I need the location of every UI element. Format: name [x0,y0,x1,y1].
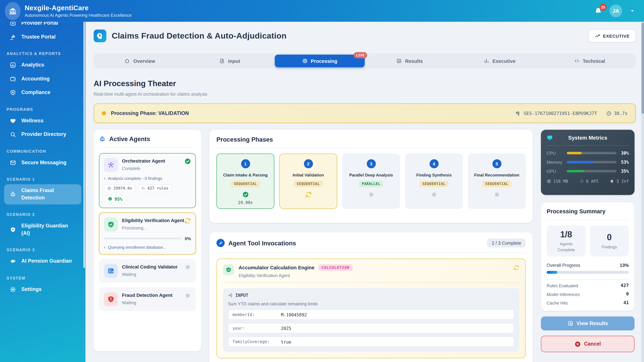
executive-button[interactable]: EXECUTIVE [589,29,636,42]
tab[interactable]: Overview [95,55,185,67]
page-scrollbar-thumb[interactable] [641,23,644,114]
phase-tile[interactable]: 2 Initial Validation SEQUENTIAL [279,153,337,209]
agent-state-icon [184,264,191,271]
phase-tile[interactable]: 1 Claim Intake & Parsing SEQUENTIAL 29.9… [216,153,274,209]
summary-row: Rules Evaluated 427 [547,283,629,288]
phase-duration: 29.98s [238,200,253,205]
sidebar-item-label: Provider Portal [21,22,58,27]
field-key: familyCoverage: [232,339,281,344]
sidebar-section-label: ANALYTICS & REPORTS [0,44,85,59]
phase-state-icon [305,191,312,198]
tab-label: Input [228,58,240,64]
sidebar-item[interactable]: Wellness [4,114,81,127]
phases-title: Processing Phases [216,136,273,143]
app-window: Nexgile-AgentiCare Autonomous AI Agents … [0,0,644,362]
sidebar-item[interactable]: Trustee Portal [4,30,81,43]
page-title: Claims Fraud Detection & Auto-Adjudicati… [112,31,286,40]
trending-up-icon [595,33,600,38]
phase-tile[interactable]: 4 Finding Synthesis SEQUENTIAL [405,153,463,209]
agent-name: Orchestrator Agent [122,158,166,164]
tab[interactable]: Executive [455,55,544,67]
sidebar-section: SYSTEM Settings [0,269,85,296]
agent-detail-toggle[interactable]: › Querying enrollment database... [104,245,191,250]
phase-mode-badge: SEQUENTIAL [294,181,323,187]
sidebar-item[interactable]: Claims Fraud Detection [4,184,81,204]
agent-card[interactable]: Clinical Coding Validator Waiting [99,259,196,283]
chip-icon [107,186,111,190]
agent-icon [107,221,114,228]
metric-bar [567,161,616,163]
field-value: true [281,339,291,344]
sidebar-item-label: Claims Fraud Detection [21,187,77,202]
phase-tile[interactable]: 3 Parallel Deep Analysis PARALLEL [342,153,400,209]
avatar[interactable]: JA [610,4,622,17]
cancel-label: Cancel [584,341,601,347]
notifications-button[interactable]: 25 [594,6,602,15]
processing-phase-banner: Processing Phase: VALIDATION SES-1767100… [94,103,636,123]
tab-icon [574,58,580,64]
metric-value: 30% [616,151,629,156]
sidebar-section-label: PROGRAMS [0,100,85,114]
sidebar-item-icon [10,22,16,26]
active-agents-panel: Active Agents Orchestrator Agent [94,130,201,351]
tab[interactable]: Results [365,55,455,67]
sidebar-item[interactable]: Settings [4,283,81,296]
metric-label: GPU [547,169,567,174]
x-circle-icon [574,341,581,347]
agent-confidence-chip: 95% [104,195,126,203]
sidebar-item[interactable]: Accounting [4,72,81,85]
field-value: M-10045892 [281,312,307,317]
top-header: Nexgile-AgentiCare Autonomous AI Agents … [0,0,644,22]
app-titles: Nexgile-AgentiCare Autonomous AI Agents … [25,4,132,17]
notification-badge: 25 [600,4,607,11]
agent-detail-text: Querying enrollment database... [108,245,166,249]
page-scrollbar[interactable] [641,22,644,362]
tool-icon-box [223,264,234,275]
agent-name: Clinical Coding Validator [122,264,178,270]
tool-invocations-panel: Agent Tool Invocations 2 / 3 Complete Ac… [210,232,533,362]
tab[interactable]: Input [185,55,275,67]
sidebar-item[interactable]: AI Pension Guardian [4,255,81,268]
phase-number: 3 [366,159,376,168]
head-gear-icon [96,32,104,40]
metric-row: Memory 53% [547,160,629,165]
app-name: Nexgile-AgentiCare [25,4,132,12]
sidebar-item[interactable]: Eligibility Guardian (AI) [4,220,81,240]
agent-card[interactable]: Fraud Detection Agent Waiting [99,287,196,311]
agent-state-icon [184,218,191,224]
metrics-footer-text: 6 API [586,179,598,184]
bank-icon [8,7,17,15]
phase-state-icon [368,191,374,198]
sidebar-section-label: SYSTEM [0,269,85,283]
sidebar-item[interactable]: Provider Directory [4,128,81,141]
sidebar-item-icon [10,131,16,138]
phase-number: 4 [429,159,438,168]
sidebar-item[interactable]: Provider Portal [4,22,81,30]
chevron-down-icon[interactable] [630,8,635,13]
sidebar-item[interactable]: Compliance [4,86,81,99]
agent-status: Complete [122,166,166,171]
tool-invocation-card[interactable]: Accumulator Calculation Engine CALCULATI… [216,259,526,358]
sidebar-section-label: SCENARIO 2 [0,205,85,220]
agent-status: Processing... [122,225,185,230]
summary-stat-box: 0 Findings [590,225,629,256]
tab[interactable]: Technical [544,55,634,67]
input-field-row: year: 2025 [228,323,514,333]
tool-agent: Eligibility Verification Agent [239,273,353,278]
agent-detail-toggle[interactable]: › Analysis complete - 0 findings [104,176,191,180]
agent-card[interactable]: Orchestrator Agent Complete › Analysis c… [99,153,196,208]
sidebar-item[interactable]: Analytics [4,59,81,71]
phase-status-dot [102,111,106,115]
sidebar-scrollbar[interactable] [83,22,85,268]
sidebar: Provider Portal Trustee Portal ANALYTICS… [0,22,85,362]
app-logo [5,2,20,20]
sidebar-item-icon [10,62,16,68]
phase-name: Initial Validation [293,173,324,177]
sidebar-item[interactable]: Secure Messaging [4,156,81,169]
tab[interactable]: Processing LIVE [275,55,364,67]
agent-card[interactable]: Eligibility Verification Agent Processin… [99,213,196,255]
main-content: Claims Fraud Detection & Auto-Adjudicati… [85,22,644,362]
phase-tile[interactable]: 5 Final Recommendation SEQUENTIAL [468,153,526,209]
cancel-button[interactable]: Cancel [541,336,634,352]
view-results-button[interactable]: View Results [541,317,634,330]
